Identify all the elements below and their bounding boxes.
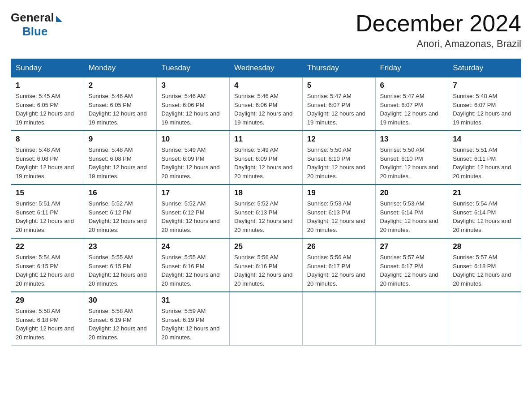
day-number: 8 [16,135,79,144]
day-number: 26 [307,242,371,251]
day-info: Sunrise: 5:52 AMSunset: 6:12 PMDaylight:… [161,199,225,234]
day-number: 28 [453,242,516,251]
header: General Blue December 2024 Anori, Amazon… [11,11,521,50]
day-info: Sunrise: 5:52 AMSunset: 6:13 PMDaylight:… [234,199,298,234]
day-number: 18 [234,188,298,197]
calendar-cell: 1Sunrise: 5:45 AMSunset: 6:05 PMDaylight… [11,77,84,131]
day-info: Sunrise: 5:58 AMSunset: 6:19 PMDaylight:… [89,307,152,342]
calendar-cell: 9Sunrise: 5:48 AMSunset: 6:08 PMDaylight… [84,131,157,184]
header-friday: Friday [375,59,448,77]
day-info: Sunrise: 5:46 AMSunset: 6:06 PMDaylight:… [161,92,225,127]
month-title: December 2024 [356,11,521,36]
title-area: December 2024 Anori, Amazonas, Brazil [356,11,521,50]
calendar-cell [448,292,521,346]
day-info: Sunrise: 5:50 AMSunset: 6:10 PMDaylight:… [307,146,371,180]
day-info: Sunrise: 5:58 AMSunset: 6:18 PMDaylight:… [16,307,79,342]
calendar-cell: 3Sunrise: 5:46 AMSunset: 6:06 PMDaylight… [157,77,230,131]
day-info: Sunrise: 5:51 AMSunset: 6:11 PMDaylight:… [453,146,516,180]
day-info: Sunrise: 5:53 AMSunset: 6:13 PMDaylight:… [307,199,371,234]
day-info: Sunrise: 5:54 AMSunset: 6:14 PMDaylight:… [453,199,516,234]
day-number: 23 [89,242,152,251]
day-number: 16 [89,188,152,197]
calendar-cell: 23Sunrise: 5:55 AMSunset: 6:15 PMDayligh… [84,238,157,292]
day-info: Sunrise: 5:47 AMSunset: 6:07 PMDaylight:… [307,92,371,127]
calendar-cell [375,292,448,346]
calendar-cell: 21Sunrise: 5:54 AMSunset: 6:14 PMDayligh… [448,184,521,238]
day-number: 2 [89,81,152,90]
day-info: Sunrise: 5:48 AMSunset: 6:08 PMDaylight:… [89,146,152,180]
day-info: Sunrise: 5:59 AMSunset: 6:19 PMDaylight:… [161,307,225,342]
header-saturday: Saturday [448,59,521,77]
calendar-cell: 5Sunrise: 5:47 AMSunset: 6:07 PMDaylight… [302,77,375,131]
day-info: Sunrise: 5:56 AMSunset: 6:17 PMDaylight:… [307,253,371,288]
calendar-cell: 28Sunrise: 5:57 AMSunset: 6:18 PMDayligh… [448,238,521,292]
calendar-cell: 16Sunrise: 5:52 AMSunset: 6:12 PMDayligh… [84,184,157,238]
day-info: Sunrise: 5:56 AMSunset: 6:16 PMDaylight:… [234,253,298,288]
day-info: Sunrise: 5:45 AMSunset: 6:05 PMDaylight:… [16,92,79,127]
calendar-cell: 8Sunrise: 5:48 AMSunset: 6:08 PMDaylight… [11,131,84,184]
day-number: 24 [161,242,225,251]
calendar-cell [230,292,303,346]
calendar-cell: 4Sunrise: 5:46 AMSunset: 6:06 PMDaylight… [230,77,303,131]
day-number: 17 [161,188,225,197]
day-number: 29 [16,296,79,305]
day-number: 19 [307,188,371,197]
day-info: Sunrise: 5:49 AMSunset: 6:09 PMDaylight:… [234,146,298,180]
header-wednesday: Wednesday [230,59,303,77]
calendar-cell: 29Sunrise: 5:58 AMSunset: 6:18 PMDayligh… [11,292,84,346]
logo-general-text: General [11,11,54,25]
day-number: 7 [453,81,516,90]
calendar-cell: 7Sunrise: 5:48 AMSunset: 6:07 PMDaylight… [448,77,521,131]
location-title: Anori, Amazonas, Brazil [356,38,521,50]
day-info: Sunrise: 5:55 AMSunset: 6:15 PMDaylight:… [89,253,152,288]
day-info: Sunrise: 5:48 AMSunset: 6:07 PMDaylight:… [453,92,516,127]
calendar-cell: 18Sunrise: 5:52 AMSunset: 6:13 PMDayligh… [230,184,303,238]
calendar-cell: 19Sunrise: 5:53 AMSunset: 6:13 PMDayligh… [302,184,375,238]
calendar-cell: 17Sunrise: 5:52 AMSunset: 6:12 PMDayligh… [157,184,230,238]
day-number: 20 [380,188,444,197]
day-number: 6 [380,81,444,90]
day-info: Sunrise: 5:57 AMSunset: 6:17 PMDaylight:… [380,253,444,288]
day-info: Sunrise: 5:53 AMSunset: 6:14 PMDaylight:… [380,199,444,234]
calendar-cell: 20Sunrise: 5:53 AMSunset: 6:14 PMDayligh… [375,184,448,238]
day-info: Sunrise: 5:52 AMSunset: 6:12 PMDaylight:… [89,199,152,234]
calendar-table: SundayMondayTuesdayWednesdayThursdayFrid… [11,59,521,346]
logo-blue-text: Blue [22,25,47,39]
day-info: Sunrise: 5:50 AMSunset: 6:10 PMDaylight:… [380,146,444,180]
day-number: 11 [234,135,298,144]
day-info: Sunrise: 5:51 AMSunset: 6:11 PMDaylight:… [16,199,79,234]
calendar-cell: 27Sunrise: 5:57 AMSunset: 6:17 PMDayligh… [375,238,448,292]
day-number: 1 [16,81,79,90]
day-info: Sunrise: 5:47 AMSunset: 6:07 PMDaylight:… [380,92,444,127]
day-info: Sunrise: 5:57 AMSunset: 6:18 PMDaylight:… [453,253,516,288]
calendar-cell [302,292,375,346]
calendar-cell: 10Sunrise: 5:49 AMSunset: 6:09 PMDayligh… [157,131,230,184]
day-number: 13 [380,135,444,144]
header-monday: Monday [84,59,157,77]
calendar-cell: 12Sunrise: 5:50 AMSunset: 6:10 PMDayligh… [302,131,375,184]
calendar-cell: 31Sunrise: 5:59 AMSunset: 6:19 PMDayligh… [157,292,230,346]
day-number: 30 [89,296,152,305]
day-info: Sunrise: 5:46 AMSunset: 6:06 PMDaylight:… [234,92,298,127]
day-info: Sunrise: 5:49 AMSunset: 6:09 PMDaylight:… [161,146,225,180]
header-sunday: Sunday [11,59,84,77]
header-tuesday: Tuesday [157,59,230,77]
day-number: 27 [380,242,444,251]
day-number: 10 [161,135,225,144]
day-number: 14 [453,135,516,144]
calendar-cell: 2Sunrise: 5:46 AMSunset: 6:05 PMDaylight… [84,77,157,131]
day-number: 9 [89,135,152,144]
calendar-cell: 25Sunrise: 5:56 AMSunset: 6:16 PMDayligh… [230,238,303,292]
calendar-cell: 13Sunrise: 5:50 AMSunset: 6:10 PMDayligh… [375,131,448,184]
day-number: 15 [16,188,79,197]
calendar-cell: 14Sunrise: 5:51 AMSunset: 6:11 PMDayligh… [448,131,521,184]
calendar-cell: 11Sunrise: 5:49 AMSunset: 6:09 PMDayligh… [230,131,303,184]
day-info: Sunrise: 5:48 AMSunset: 6:08 PMDaylight:… [16,146,79,180]
day-number: 3 [161,81,225,90]
calendar-cell: 6Sunrise: 5:47 AMSunset: 6:07 PMDaylight… [375,77,448,131]
day-number: 31 [161,296,225,305]
day-info: Sunrise: 5:54 AMSunset: 6:15 PMDaylight:… [16,253,79,288]
day-number: 25 [234,242,298,251]
day-number: 5 [307,81,371,90]
calendar-cell: 22Sunrise: 5:54 AMSunset: 6:15 PMDayligh… [11,238,84,292]
